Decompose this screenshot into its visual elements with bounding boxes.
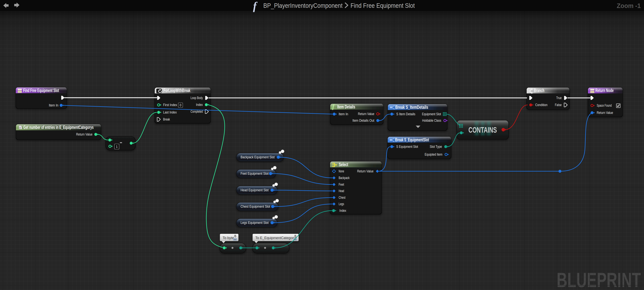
svg-text:Holdable Class: Holdable Class: [422, 118, 441, 122]
svg-text:Condition: Condition: [535, 103, 548, 107]
svg-text:Legs: Legs: [339, 202, 344, 206]
svg-text:Feet Equipment Slot: Feet Equipment Slot: [240, 172, 269, 176]
svg-text:Zoom -1: Zoom -1: [617, 2, 641, 9]
svg-text:Head Equipment Slot: Head Equipment Slot: [240, 188, 269, 192]
svg-text:To E_EquipmentCategorys: To E_EquipmentCategorys: [255, 236, 297, 240]
svg-text:Loop Body: Loop Body: [190, 96, 203, 100]
svg-text:Space Found: Space Found: [597, 103, 612, 107]
svg-text:Return Value: Return Value: [357, 169, 374, 173]
svg-text:CONTAINS: CONTAINS: [468, 126, 497, 134]
svg-text:Backpack: Backpack: [339, 176, 350, 180]
svg-text:Return Value: Return Value: [76, 132, 92, 136]
svg-text:S Item Details: S Item Details: [396, 112, 415, 116]
svg-text:Break S_ItemDetails: Break S_ItemDetails: [395, 104, 428, 110]
svg-text:Item Details: Item Details: [337, 104, 355, 109]
svg-text:None: None: [339, 169, 344, 173]
svg-text:Break S_EquipmentSlot: Break S_EquipmentSlot: [395, 137, 429, 142]
svg-text:Item In: Item In: [339, 112, 348, 116]
svg-text:Head: Head: [339, 189, 344, 193]
svg-text:Find Free Equipment Slot: Find Free Equipment Slot: [23, 88, 59, 93]
svg-text:BP_PlayerInventoryComponent: BP_PlayerInventoryComponent: [263, 2, 342, 9]
svg-text:First Index: First Index: [163, 103, 177, 107]
svg-text:True: True: [556, 96, 562, 100]
svg-text:Return Value: Return Value: [358, 112, 374, 116]
svg-text:Equipment Slot: Equipment Slot: [422, 112, 441, 116]
svg-text:Feet: Feet: [339, 182, 344, 186]
svg-text:ForLoopWithBreak: ForLoopWithBreak: [164, 88, 190, 93]
svg-text:Slot Type: Slot Type: [430, 144, 442, 149]
svg-text:0: 0: [180, 104, 182, 107]
svg-text:To byte: To byte: [223, 236, 234, 240]
svg-text:1: 1: [116, 145, 118, 149]
svg-text:Return Value: Return Value: [597, 111, 613, 115]
svg-text:Backpack Equipment Slot: Backpack Equipment Slot: [240, 155, 275, 159]
svg-text:Find Free Equipment Slot: Find Free Equipment Slot: [350, 2, 415, 9]
svg-text:Last Index: Last Index: [163, 110, 177, 114]
svg-text:Get number of entries in E_Equ: Get number of entries in E_EquipmentCate…: [23, 125, 94, 130]
svg-text:False: False: [555, 103, 562, 107]
svg-text:Equipted Item: Equipted Item: [425, 152, 442, 157]
svg-text:S Equipment Slot: S Equipment Slot: [396, 144, 418, 149]
svg-text:Index: Index: [196, 103, 203, 107]
svg-text:Select: Select: [339, 162, 348, 167]
svg-text:Index: Index: [340, 208, 346, 213]
svg-text:Branch: Branch: [534, 88, 544, 93]
svg-text:Item In: Item In: [49, 103, 58, 107]
svg-text:Break: Break: [163, 117, 170, 121]
svg-text:Chest Equipment Slot: Chest Equipment Slot: [240, 204, 270, 208]
svg-text:Return Node: Return Node: [595, 88, 614, 93]
svg-text:Item Details Out: Item Details Out: [352, 118, 374, 122]
svg-text:Chest: Chest: [339, 195, 346, 200]
svg-text:Legs Equipment Slot: Legs Equipment Slot: [240, 221, 269, 225]
